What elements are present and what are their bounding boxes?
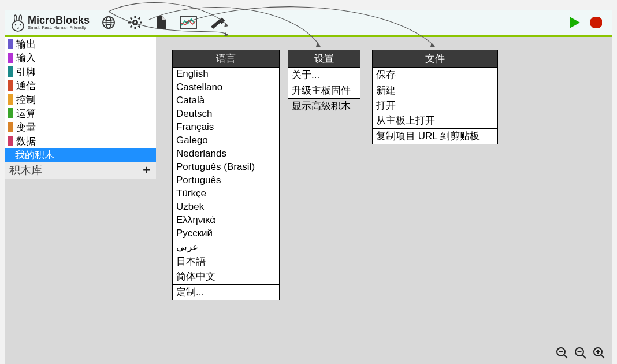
language-item-6[interactable]: Nederlands bbox=[173, 147, 279, 161]
language-menu-title: 语言 bbox=[173, 50, 279, 68]
file-icon[interactable] bbox=[154, 15, 168, 30]
file-copy-url[interactable]: 复制项目 URL 到剪贴板 bbox=[373, 129, 497, 144]
language-item-9[interactable]: Türkçe bbox=[173, 187, 279, 200]
add-library-button[interactable]: + bbox=[143, 163, 150, 178]
svg-rect-6 bbox=[135, 16, 136, 18]
svg-point-0 bbox=[12, 21, 24, 31]
category-sidebar: 输出输入引脚通信控制运算变量数据我的积木 积木库 + bbox=[5, 37, 156, 179]
category-5[interactable]: 运算 bbox=[5, 106, 156, 120]
graph-icon[interactable] bbox=[180, 16, 197, 29]
category-label: 输出 bbox=[16, 38, 36, 51]
language-item-15[interactable]: 简体中文 bbox=[173, 269, 279, 284]
file-save[interactable]: 保存 bbox=[373, 68, 497, 83]
category-swatch bbox=[8, 136, 13, 146]
category-my-blocks[interactable]: 我的积木 bbox=[5, 148, 156, 162]
language-item-12[interactable]: Русский bbox=[173, 227, 279, 240]
category-swatch bbox=[8, 94, 13, 105]
category-swatch bbox=[8, 80, 13, 91]
category-1[interactable]: 输入 bbox=[5, 51, 156, 65]
language-custom[interactable]: 定制... bbox=[173, 285, 279, 300]
settings-upgrade[interactable]: 升级主板固件 bbox=[288, 83, 360, 98]
svg-rect-10 bbox=[138, 17, 141, 20]
language-item-3[interactable]: Deutsch bbox=[173, 107, 279, 121]
svg-rect-13 bbox=[138, 25, 141, 28]
category-0[interactable]: 输出 bbox=[5, 37, 156, 51]
category-swatch bbox=[8, 39, 13, 49]
libraries-label: 积木库 bbox=[9, 163, 42, 178]
gear-icon[interactable] bbox=[128, 15, 143, 30]
file-menu: 文件 保存 新建 打开 从主板上打开 复制项目 URL 到剪贴板 bbox=[372, 50, 498, 144]
app-subtitle: Small, Fast, Human Friendly bbox=[28, 25, 90, 30]
file-new[interactable]: 新建 bbox=[373, 83, 497, 98]
language-item-8[interactable]: Português bbox=[173, 174, 279, 187]
category-swatch bbox=[8, 66, 13, 77]
file-menu-title: 文件 bbox=[373, 50, 497, 68]
category-label: 运算 bbox=[16, 107, 36, 120]
language-item-7[interactable]: Português (Brasil) bbox=[173, 161, 279, 174]
stop-button[interactable] bbox=[589, 16, 603, 29]
zoom-reset-button[interactable] bbox=[574, 347, 587, 359]
svg-rect-7 bbox=[135, 27, 136, 29]
zoom-out-button[interactable] bbox=[556, 347, 568, 359]
language-item-14[interactable]: 日本語 bbox=[173, 254, 279, 269]
run-button[interactable] bbox=[568, 16, 581, 29]
settings-advanced[interactable]: 显示高级积木 bbox=[288, 99, 360, 114]
app-title: MicroBlocks bbox=[28, 15, 90, 25]
svg-marker-17 bbox=[590, 17, 602, 28]
settings-menu-title: 设置 bbox=[288, 50, 360, 68]
category-3[interactable]: 通信 bbox=[5, 79, 156, 92]
language-item-10[interactable]: Uzbek bbox=[173, 200, 279, 214]
svg-point-1 bbox=[15, 24, 16, 25]
svg-rect-11 bbox=[130, 25, 133, 28]
language-item-4[interactable]: Français bbox=[173, 121, 279, 134]
svg-rect-12 bbox=[130, 17, 133, 20]
toolbar: MicroBlocks Small, Fast, Human Friendly bbox=[5, 10, 612, 35]
category-7[interactable]: 数据 bbox=[5, 134, 156, 148]
category-label: 数据 bbox=[16, 135, 36, 148]
usb-icon[interactable] bbox=[209, 16, 225, 29]
category-swatch bbox=[8, 53, 13, 63]
svg-rect-9 bbox=[140, 22, 142, 24]
settings-about[interactable]: 关于... bbox=[288, 68, 360, 83]
app-logo: MicroBlocks Small, Fast, Human Friendly bbox=[10, 13, 90, 32]
libraries-row[interactable]: 积木库 + bbox=[5, 162, 156, 179]
language-item-1[interactable]: Castellano bbox=[173, 81, 279, 94]
language-item-0[interactable]: English bbox=[173, 68, 279, 81]
svg-marker-16 bbox=[570, 17, 580, 28]
language-item-13[interactable]: عربى bbox=[173, 240, 279, 254]
settings-menu: 设置 关于... 升级主板固件 显示高级积木 bbox=[288, 50, 360, 114]
category-label: 输入 bbox=[16, 51, 36, 65]
zoom-in-button[interactable] bbox=[593, 347, 605, 359]
category-label: 变量 bbox=[16, 121, 36, 134]
zoom-controls bbox=[556, 347, 605, 359]
globe-icon[interactable] bbox=[101, 15, 116, 30]
category-swatch bbox=[8, 108, 13, 118]
svg-line-26 bbox=[601, 355, 604, 358]
category-label: 控制 bbox=[16, 93, 36, 106]
svg-point-2 bbox=[20, 24, 21, 25]
svg-line-19 bbox=[564, 355, 567, 358]
language-menu: 语言 EnglishCastellanoCatalàDeutschFrançai… bbox=[172, 50, 280, 300]
category-label: 通信 bbox=[16, 79, 36, 92]
svg-rect-8 bbox=[128, 22, 131, 24]
svg-line-22 bbox=[582, 355, 586, 358]
category-6[interactable]: 变量 bbox=[5, 120, 156, 134]
language-item-2[interactable]: Català bbox=[173, 94, 279, 107]
language-item-11[interactable]: Ελληνικά bbox=[173, 214, 279, 227]
bunny-icon bbox=[10, 13, 25, 32]
category-label: 引脚 bbox=[16, 65, 36, 79]
category-swatch bbox=[8, 122, 13, 132]
file-open[interactable]: 打开 bbox=[373, 98, 497, 113]
file-open-board[interactable]: 从主板上打开 bbox=[373, 113, 497, 128]
language-item-5[interactable]: Galego bbox=[173, 134, 279, 147]
category-4[interactable]: 控制 bbox=[5, 92, 156, 106]
category-2[interactable]: 引脚 bbox=[5, 65, 156, 79]
